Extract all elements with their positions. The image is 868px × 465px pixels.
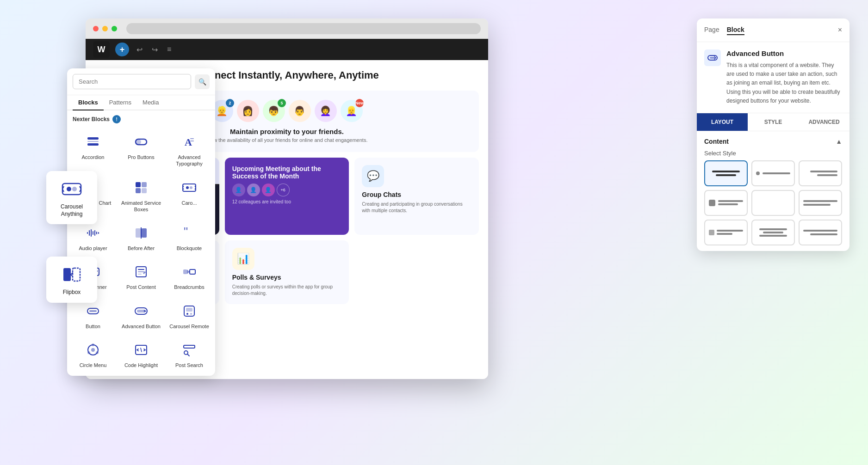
browser-dot-red[interactable] <box>93 26 99 31</box>
post-search-label: Post Search <box>175 362 203 368</box>
block-item-post-content[interactable]: Post Content <box>117 257 165 296</box>
svg-rect-11 <box>136 182 141 187</box>
style-option-6[interactable] <box>799 190 842 216</box>
rp-close-button[interactable]: × <box>838 26 842 34</box>
animated-service-boxes-icon <box>132 178 150 197</box>
svg-rect-23 <box>96 232 97 234</box>
meeting-avatar-3: 👤 <box>262 184 275 196</box>
avatar-3: 👦5 <box>263 100 285 122</box>
block-item-before-after[interactable]: Before After <box>117 218 165 257</box>
carousel-col3-label: Caro... <box>181 200 197 206</box>
code-highlight-label: Code Highlight <box>124 362 158 368</box>
svg-point-47 <box>190 313 192 315</box>
before-after-label: Before After <box>128 245 155 251</box>
advanced-button-icon <box>132 302 150 320</box>
style-option-4[interactable] <box>704 190 748 216</box>
browser-dot-green[interactable] <box>112 26 117 31</box>
advanced-typography-icon: A <box>180 133 198 151</box>
svg-rect-7 <box>190 141 194 141</box>
svg-text:": " <box>184 226 188 239</box>
svg-rect-35 <box>138 271 144 272</box>
avatar-badge-1: 2 <box>226 99 234 107</box>
style-option-8[interactable] <box>751 220 795 245</box>
svg-rect-20 <box>91 229 92 237</box>
rp-layout-tab-style[interactable]: STYLE <box>748 113 799 131</box>
breadcrumbs-label: Breadcrumbs <box>174 284 204 290</box>
wp-add-button[interactable]: + <box>115 43 129 56</box>
wp-menu-icon[interactable]: ≡ <box>165 43 173 55</box>
style-option-9[interactable] <box>799 220 842 245</box>
style-line <box>803 200 837 202</box>
svg-point-50 <box>92 343 94 346</box>
svg-rect-37 <box>183 269 187 274</box>
style-line <box>763 232 783 233</box>
svg-rect-18 <box>87 232 88 234</box>
polls-title: Polls & Surveys <box>232 274 342 281</box>
meeting-avatar-2: 👤 <box>247 184 260 196</box>
style-line <box>803 230 837 232</box>
style-icon <box>709 200 715 206</box>
tab-patterns[interactable]: Patterns <box>104 95 137 110</box>
block-item-circle-menu[interactable]: Circle Menu <box>69 335 117 374</box>
tab-media[interactable]: Media <box>137 95 164 110</box>
tab-blocks[interactable]: Blocks <box>73 95 104 110</box>
browser-dot-yellow[interactable] <box>102 26 108 31</box>
svg-point-46 <box>186 313 188 315</box>
style-line <box>718 203 738 205</box>
wp-redo-button[interactable]: ↪ <box>150 43 160 56</box>
carousel-anything-icon <box>60 177 83 201</box>
block-tabs: Blocks Patterns Media <box>67 95 215 110</box>
rp-layout-tab-layout[interactable]: LAYOUT <box>697 113 748 131</box>
block-search-input[interactable] <box>73 74 191 89</box>
svg-rect-4 <box>136 139 141 145</box>
svg-point-51 <box>96 351 99 354</box>
svg-rect-19 <box>89 230 90 236</box>
avatar-4: 👨 <box>289 100 311 122</box>
block-item-animated-service-boxes[interactable]: Animated Service Boxes <box>117 173 165 219</box>
carousel-anything-label: Carousel Anything <box>53 203 91 218</box>
avatar-badge-6: New <box>355 99 364 107</box>
animated-service-boxes-label: Animated Service Boxes <box>120 200 162 213</box>
svg-line-57 <box>187 354 189 356</box>
block-item-code-highlight[interactable]: Code Highlight <box>117 335 165 374</box>
rp-block-icon <box>704 49 721 66</box>
style-option-7[interactable] <box>704 220 748 245</box>
carousel-remote-icon <box>180 302 198 320</box>
block-item-advanced-button[interactable]: Advanced Button <box>117 296 165 335</box>
circle-menu-label: Circle Menu <box>80 362 107 368</box>
post-search-icon <box>180 341 198 359</box>
svg-line-54 <box>141 348 142 352</box>
floating-block-flipbox[interactable]: Flipbox <box>46 257 97 303</box>
pro-buttons-label: Pro Buttons <box>128 154 154 160</box>
floating-block-carousel-anything[interactable]: Carousel Anything <box>46 171 97 224</box>
block-item-advanced-typography[interactable]: A Advanced Typography <box>165 127 213 173</box>
block-item-blockquote[interactable]: " Blockquote <box>165 218 213 257</box>
style-options-grid <box>697 160 849 251</box>
style-option-3[interactable] <box>799 160 842 186</box>
avatar-badge-3: 5 <box>278 99 286 107</box>
block-item-accordion[interactable]: Accordion <box>69 127 117 173</box>
rp-tab-block[interactable]: Block <box>727 25 744 35</box>
style-option-1[interactable] <box>704 160 748 186</box>
block-item-breadcrumbs[interactable]: Breadcrumbs <box>165 257 213 296</box>
carousel-col3-icon <box>180 178 198 197</box>
wp-undo-button[interactable]: ↩ <box>135 43 144 56</box>
svg-rect-13 <box>136 188 141 193</box>
block-item-post-search[interactable]: Post Search <box>165 335 213 374</box>
svg-rect-45 <box>186 308 192 312</box>
wp-logo: W <box>93 41 110 58</box>
block-item-carousel-col3[interactable]: Caro... <box>165 173 213 219</box>
rp-tab-page[interactable]: Page <box>704 25 719 35</box>
style-option-2[interactable] <box>751 160 795 186</box>
rp-layout-tab-advanced[interactable]: ADVANCED <box>799 113 849 131</box>
block-item-carousel-remote[interactable]: Carousel Remote <box>165 296 213 335</box>
rp-content-chevron-icon[interactable]: ▲ <box>836 138 842 145</box>
svg-rect-64 <box>710 57 715 59</box>
block-search-icon-button[interactable]: 🔍 <box>195 74 210 89</box>
nexter-blocks-badge: ! <box>112 115 121 123</box>
meeting-card-title: Upcoming Meeting about the Success of th… <box>232 165 342 180</box>
block-item-pro-buttons[interactable]: Pro Buttons <box>117 127 165 173</box>
style-line <box>759 228 787 230</box>
svg-rect-39 <box>190 269 195 274</box>
style-option-5[interactable] <box>751 190 795 216</box>
